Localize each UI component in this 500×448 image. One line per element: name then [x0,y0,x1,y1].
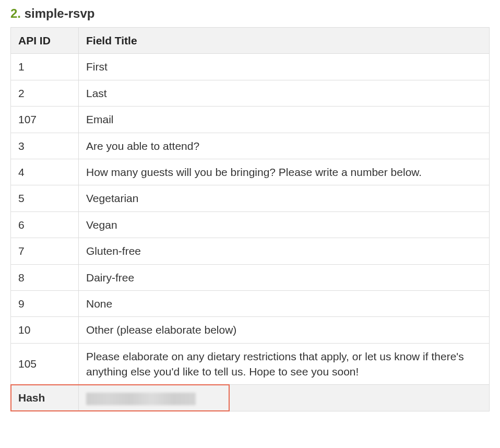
table-row: 4How many guests will you be bringing? P… [11,159,490,185]
fields-table: API ID Field Title 1First2Last107Email3A… [10,27,490,411]
table-row: 105Please elaborate on any dietary restr… [11,343,490,385]
cell-api-id: 9 [11,290,79,316]
cell-field-title: Dairy-free [79,264,490,290]
cell-api-id: 3 [11,133,79,159]
cell-field-title: Are you able to attend? [79,133,490,159]
table-row: 8Dairy-free [11,264,490,290]
section-number: 2. [10,6,21,20]
section-heading: 2. simple-rsvp [10,6,490,21]
hash-value-obscured [86,393,196,405]
table-header-row: API ID Field Title [11,28,490,54]
cell-field-title: How many guests will you be bringing? Pl… [79,159,490,185]
cell-field-title: Email [79,107,490,133]
hash-value-cell [79,385,490,411]
cell-field-title: Vegan [79,211,490,238]
cell-api-id: 10 [11,317,79,343]
table-row: 9None [11,290,490,316]
cell-api-id: 4 [11,159,79,185]
cell-api-id: 6 [11,211,79,238]
table-body: 1First2Last107Email3Are you able to atte… [11,54,490,385]
cell-field-title: First [79,54,490,80]
cell-field-title: Other (please elaborate below) [79,317,490,343]
table-row: 6Vegan [11,211,490,238]
cell-api-id: 8 [11,264,79,290]
table-row: 107Email [11,107,490,133]
table-row: 7Gluten-free [11,238,490,264]
column-header-api-id: API ID [11,28,79,54]
cell-field-title: Vegetarian [79,185,490,211]
section-title: simple-rsvp [25,6,95,20]
table-row: 3Are you able to attend? [11,133,490,159]
cell-field-title: Please elaborate on any dietary restrict… [79,343,490,385]
column-header-field-title: Field Title [79,28,490,54]
cell-field-title: Last [79,80,490,106]
hash-label: Hash [11,385,79,411]
cell-field-title: Gluten-free [79,238,490,264]
cell-api-id: 107 [11,107,79,133]
table-container: API ID Field Title 1First2Last107Email3A… [10,27,490,411]
cell-api-id: 7 [11,238,79,264]
cell-api-id: 1 [11,54,79,80]
cell-api-id: 2 [11,80,79,106]
cell-field-title: None [79,290,490,316]
cell-api-id: 5 [11,185,79,211]
table-row: 1First [11,54,490,80]
cell-api-id: 105 [11,343,79,385]
table-row: 10Other (please elaborate below) [11,317,490,343]
table-row: 5Vegetarian [11,185,490,211]
table-row: 2Last [11,80,490,106]
hash-row: Hash [11,385,490,411]
